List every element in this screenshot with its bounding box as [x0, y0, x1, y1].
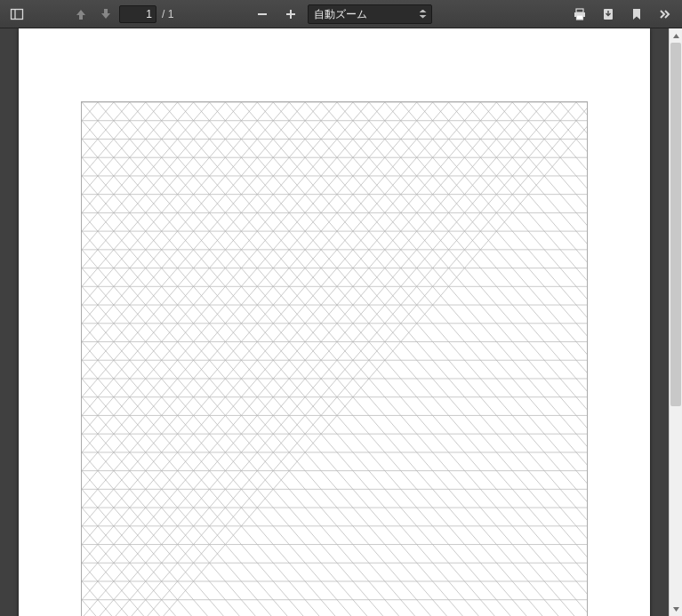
- scrollbar-up-button[interactable]: [670, 28, 682, 43]
- zoom-select[interactable]: 自動ズーム: [308, 4, 432, 24]
- svg-rect-0: [12, 9, 23, 19]
- sidebar-icon: [10, 7, 24, 21]
- svg-line-161: [81, 102, 496, 616]
- svg-line-74: [146, 102, 588, 616]
- svg-line-139: [81, 102, 146, 616]
- zoom-out-button[interactable]: [251, 4, 274, 25]
- svg-rect-5: [576, 9, 583, 12]
- download-button[interactable]: [597, 4, 620, 25]
- print-button[interactable]: [568, 4, 591, 25]
- scroll-up-icon: [672, 32, 680, 40]
- svg-line-166: [116, 102, 576, 616]
- sidebar-toggle-button[interactable]: [5, 4, 28, 25]
- svg-rect-2: [258, 13, 267, 15]
- print-icon: [573, 7, 587, 21]
- page-number-input[interactable]: [119, 5, 156, 23]
- svg-line-153: [81, 102, 369, 616]
- svg-line-72: [114, 102, 574, 616]
- svg-line-60: [81, 102, 382, 616]
- svg-line-96: [496, 102, 588, 616]
- svg-line-91: [417, 102, 588, 616]
- scrollbar-thumb[interactable]: [670, 43, 681, 406]
- svg-line-51: [81, 102, 239, 616]
- svg-line-88: [369, 102, 588, 616]
- isometric-grid: [81, 101, 588, 616]
- svg-rect-7: [577, 15, 583, 20]
- down-arrow-icon: [99, 7, 113, 21]
- svg-line-141: [81, 102, 178, 616]
- toolbar-left-group: / 1: [5, 4, 173, 25]
- bookmark-icon: [630, 7, 644, 21]
- svg-line-43: [81, 102, 111, 616]
- svg-line-159: [81, 102, 464, 616]
- svg-line-165: [100, 102, 560, 616]
- toolbar-center-group: 自動ズーム: [251, 4, 432, 25]
- svg-line-79: [225, 102, 588, 616]
- page-separator: /: [162, 8, 168, 20]
- svg-line-138: [81, 102, 130, 616]
- svg-line-85: [321, 102, 588, 616]
- svg-line-145: [81, 102, 241, 616]
- svg-line-52: [81, 102, 255, 616]
- scrollbar-track[interactable]: [670, 43, 682, 602]
- svg-line-49: [81, 102, 207, 616]
- prev-page-button[interactable]: [69, 4, 92, 25]
- svg-line-152: [81, 102, 353, 616]
- svg-line-101: [576, 102, 588, 616]
- svg-line-57: [81, 102, 334, 616]
- svg-line-70: [82, 102, 542, 616]
- svg-line-86: [337, 102, 588, 616]
- svg-line-143: [81, 102, 209, 616]
- pdf-toolbar: / 1 自動ズーム: [0, 0, 682, 28]
- svg-line-89: [385, 102, 588, 616]
- svg-line-146: [81, 102, 257, 616]
- svg-line-100: [560, 102, 588, 616]
- svg-line-58: [81, 102, 350, 616]
- svg-line-93: [449, 102, 588, 616]
- document-page: [19, 28, 650, 616]
- svg-line-167: [132, 102, 588, 616]
- svg-line-69: [81, 102, 526, 616]
- svg-line-135: [81, 102, 82, 616]
- chevrons-right-icon: [658, 7, 672, 21]
- scroll-down-icon: [672, 605, 680, 613]
- svg-line-65: [81, 102, 462, 616]
- svg-rect-4: [290, 10, 292, 19]
- svg-line-63: [81, 102, 430, 616]
- svg-line-76: [178, 102, 588, 616]
- svg-line-80: [241, 102, 588, 616]
- svg-line-151: [81, 102, 337, 616]
- viewer-area[interactable]: [0, 28, 669, 616]
- svg-line-163: [81, 102, 528, 616]
- svg-line-92: [433, 102, 588, 616]
- tools-menu-button[interactable]: [654, 4, 677, 25]
- svg-line-54: [81, 102, 286, 616]
- next-page-button[interactable]: [94, 4, 117, 25]
- minus-icon: [256, 8, 269, 20]
- page-total: 1: [168, 8, 174, 20]
- svg-line-84: [305, 102, 588, 616]
- svg-line-158: [81, 102, 449, 616]
- svg-line-45: [81, 102, 143, 616]
- svg-line-99: [544, 102, 588, 616]
- scrollbar-down-button[interactable]: [670, 602, 682, 616]
- svg-line-164: [84, 102, 544, 616]
- zoom-select-wrap: 自動ズーム: [308, 4, 432, 24]
- page-count-label: / 1: [162, 8, 173, 20]
- up-arrow-icon: [74, 7, 88, 21]
- bookmark-button[interactable]: [625, 4, 648, 25]
- svg-line-81: [257, 102, 588, 616]
- plus-icon: [285, 8, 297, 20]
- zoom-in-button[interactable]: [279, 4, 302, 25]
- svg-line-71: [98, 102, 558, 616]
- toolbar-right-group: [568, 4, 677, 25]
- svg-line-87: [353, 102, 588, 616]
- vertical-scrollbar[interactable]: [669, 28, 682, 616]
- download-icon: [601, 7, 615, 21]
- svg-line-44: [81, 102, 127, 616]
- svg-line-64: [81, 102, 446, 616]
- svg-line-55: [81, 102, 302, 616]
